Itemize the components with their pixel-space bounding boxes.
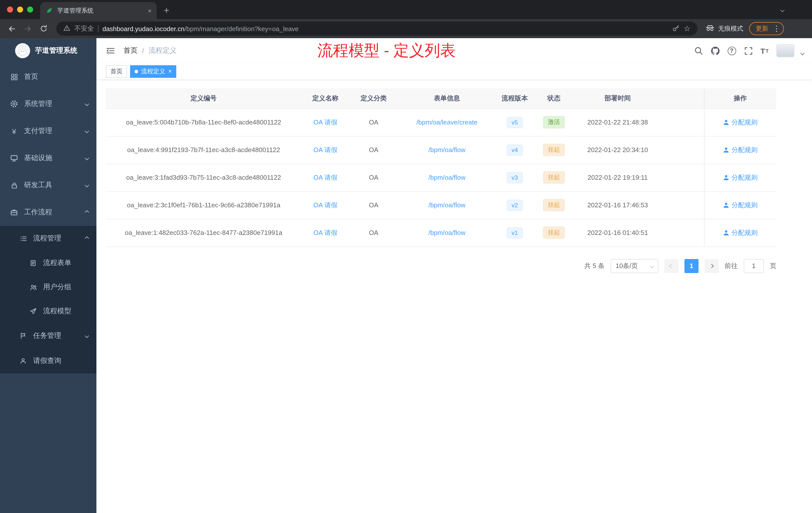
definition-name-link[interactable]: OA 请假 [313, 118, 337, 126]
tab-close-icon[interactable]: × [148, 7, 152, 14]
tag-home[interactable]: 首页 [106, 65, 127, 78]
goto-page-input[interactable] [744, 259, 764, 273]
sidebar-item-workflow[interactable]: 工作流程 [0, 199, 96, 226]
tab-search-icon[interactable] [781, 4, 784, 13]
chevron-up-icon [85, 210, 89, 215]
browser-toolbar: 不安全 dashboard.yudao.iocoder.cn/bpm/manag… [0, 19, 812, 38]
bookmark-star-icon[interactable]: ☆ [684, 24, 691, 33]
version-badge: v2 [506, 200, 523, 211]
prev-page-button[interactable] [664, 259, 678, 273]
url-host: dashboard.yudao.iocoder.cn [103, 25, 184, 32]
chevron-down-icon [85, 334, 89, 338]
cell-deploy-time: 2022-01-16 01:40:51 [575, 219, 661, 246]
users-icon [29, 283, 37, 291]
app-title: 芋道管理系统 [35, 46, 77, 55]
sidebar-item-system[interactable]: 系统管理 [0, 90, 96, 117]
sidebar-item-process-form[interactable]: 流程表单 [0, 251, 96, 275]
cell-deploy-time: 2022-01-22 19:19:11 [575, 163, 661, 191]
collapse-sidebar-icon[interactable] [100, 41, 120, 61]
cell-definition-id: oa_leave:4:991f2193-7b7f-11ec-a3c8-acde4… [106, 136, 301, 163]
main-area: 首页 / 流程定义 流程模型 - 定义列表 ? TT [96, 38, 812, 513]
chevron-up-icon [85, 236, 89, 241]
sidebar: 芋道管理系统 首页 系统管理 ¥ 支付管理 [0, 38, 96, 513]
minimize-window-button[interactable] [17, 6, 23, 12]
cell-deploy-time: 2022-01-22 21:48:38 [575, 109, 661, 136]
back-icon[interactable] [4, 21, 19, 36]
goto-label: 前往 [725, 261, 738, 270]
sidebar-item-infrastructure[interactable]: 基础设施 [0, 145, 96, 172]
page-size-select[interactable]: 10条/页 [611, 259, 658, 273]
url-text[interactable]: dashboard.yudao.iocoder.cn/bpm/manager/d… [103, 25, 298, 32]
form-info-link[interactable]: /bpm/oa/flow [428, 229, 465, 236]
sidebar-item-home[interactable]: 首页 [0, 63, 96, 90]
form-info-link[interactable]: /bpm/oa/flow [428, 201, 465, 209]
briefcase-icon [10, 208, 18, 216]
breadcrumb-home[interactable]: 首页 [123, 46, 138, 55]
col-deploy-time: 部署时间 [575, 88, 661, 109]
avatar-caret-icon[interactable] [801, 51, 805, 56]
cell-definition-id: oa_leave:5:004b710b-7b8a-11ec-8ef0-acde4… [106, 109, 301, 136]
sidebar-item-devtools[interactable]: 研发工具 [0, 172, 96, 199]
font-size-icon[interactable]: TT [760, 46, 770, 56]
github-icon[interactable] [710, 46, 720, 56]
sidebar-item-process-model[interactable]: 流程模型 [0, 299, 96, 323]
maximize-window-button[interactable] [27, 6, 33, 12]
assign-rule-link[interactable]: 分配规则 [723, 228, 758, 237]
breadcrumb: 首页 / 流程定义 [123, 46, 177, 55]
form-info-link[interactable]: /bpm/oa/flow [428, 146, 465, 154]
assign-rule-link[interactable]: 分配规则 [723, 118, 758, 127]
sidebar-item-leave-query[interactable]: 请假查询 [0, 349, 96, 373]
status-badge: 挂起 [543, 199, 565, 211]
version-badge: v1 [506, 227, 523, 238]
table-row: oa_leave:4:991f2193-7b7f-11ec-a3c8-acde4… [106, 136, 776, 163]
security-label: 不安全 [74, 24, 94, 33]
chevron-down-icon [650, 264, 654, 268]
new-tab-button[interactable]: + [164, 5, 169, 16]
lock-icon [10, 181, 18, 189]
tag-close-icon[interactable]: × [168, 68, 172, 75]
url-bar[interactable]: 不安全 dashboard.yudao.iocoder.cn/bpm/manag… [56, 22, 697, 36]
cell-category: OA [349, 136, 398, 163]
form-info-link[interactable]: /bpm/oa/flow [428, 174, 465, 181]
next-page-button[interactable] [704, 259, 719, 273]
send-icon [29, 307, 37, 315]
tag-process-definition[interactable]: 流程定义 × [130, 65, 176, 78]
sidebar-item-payment[interactable]: ¥ 支付管理 [0, 117, 96, 145]
user-avatar[interactable] [776, 44, 794, 57]
table-row: oa_leave:2:3c1f0ef1-76b1-11ec-9c66-a2380… [106, 191, 776, 219]
status-badge: 挂起 [543, 171, 565, 184]
forward-icon[interactable] [20, 21, 35, 36]
list-icon [19, 234, 27, 242]
help-icon[interactable]: ? [727, 46, 737, 56]
logo-avatar [15, 43, 30, 58]
incognito-icon [705, 24, 715, 33]
sidebar-item-user-group[interactable]: 用户分组 [0, 275, 96, 299]
update-button[interactable]: 更新 ⋮ [749, 22, 784, 35]
sidebar-item-task-management[interactable]: 任务管理 [0, 323, 96, 349]
col-definition-id: 定义编号 [106, 88, 301, 109]
definition-name-link[interactable]: OA 请假 [313, 229, 337, 236]
close-window-button[interactable] [7, 6, 13, 12]
security-warning-icon[interactable] [63, 24, 70, 33]
assign-rule-link[interactable]: 分配规则 [723, 145, 758, 154]
definition-name-link[interactable]: OA 请假 [313, 201, 337, 209]
assign-rule-link[interactable]: 分配规则 [723, 173, 758, 182]
cell-category: OA [349, 191, 398, 219]
definition-name-link[interactable]: OA 请假 [313, 174, 337, 181]
browser-menu-icon[interactable]: ⋮ [773, 24, 780, 33]
password-key-icon[interactable] [672, 24, 680, 33]
page-1-button[interactable]: 1 [685, 259, 698, 273]
reload-icon[interactable] [36, 21, 51, 36]
col-status: 状态 [533, 88, 575, 109]
fullscreen-icon[interactable] [743, 46, 753, 56]
top-navbar: 首页 / 流程定义 流程模型 - 定义列表 ? TT [96, 38, 812, 63]
sidebar-item-process-management[interactable]: 流程管理 [0, 226, 96, 251]
tags-view-bar: 首页 流程定义 × [96, 63, 812, 79]
tab-strip: 芋道管理系统 × + [0, 0, 812, 19]
search-icon[interactable] [694, 46, 703, 56]
browser-tab[interactable]: 芋道管理系统 × [40, 2, 157, 19]
assign-rule-link[interactable]: 分配规则 [723, 201, 758, 210]
form-info-link[interactable]: /bpm/oa/leave/create [416, 118, 477, 126]
definition-name-link[interactable]: OA 请假 [313, 146, 337, 153]
yen-icon: ¥ [10, 127, 18, 135]
